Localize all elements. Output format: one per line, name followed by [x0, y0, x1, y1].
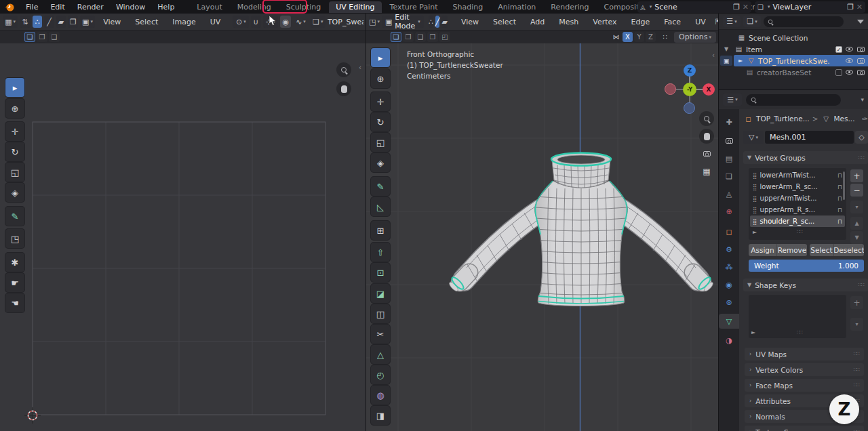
uv-menu-select[interactable]: Select: [129, 18, 164, 26]
properties-search-input[interactable]: [746, 94, 841, 106]
select-mode-invert-icon[interactable]: ❒: [427, 32, 438, 42]
uv-select-mode-island[interactable]: ❐: [68, 16, 78, 28]
shield-icon[interactable]: ◇: [855, 131, 868, 144]
hide-eye-icon[interactable]: [846, 58, 853, 63]
select-mode-extend-icon[interactable]: ❐: [403, 32, 414, 42]
uv-tweak-tool-button[interactable]: ▸: [5, 78, 24, 97]
deselect-button[interactable]: Deselect: [834, 244, 864, 256]
vp-pan-icon[interactable]: [699, 129, 714, 144]
panel-vertex-colors[interactable]: ›Vertex Colors∷∷: [745, 363, 864, 376]
vertex-groups-panel-header[interactable]: ▼ Vertex Groups ∷∷: [743, 151, 868, 164]
vp-edge-slide-tool-button[interactable]: ◨: [371, 406, 390, 425]
uv-pinch-tool-button[interactable]: ☚: [5, 293, 24, 312]
uv-sidebar-collapse-icon[interactable]: ‹: [359, 64, 361, 71]
outliner-row-creator-base-set[interactable]: ▤ creatorBaseSet ✓: [719, 66, 868, 78]
snap-options-icon[interactable]: ∷: [660, 33, 670, 41]
lock-open-icon[interactable]: ⊓: [837, 207, 842, 213]
vp-ortho-toggle-icon[interactable]: ▦: [699, 164, 714, 179]
select-mode-extend-icon[interactable]: ❐: [37, 32, 47, 42]
vp-menu-view[interactable]: View: [455, 18, 485, 26]
tab-object-data[interactable]: ▽: [719, 314, 739, 329]
weight-slider[interactable]: Weight 1.000: [749, 260, 864, 272]
vertex-group-item[interactable]: ⣿upperArmTwist...⊓: [750, 192, 845, 204]
outliner-search-input[interactable]: [764, 16, 844, 27]
gizmo-neg-x-axis[interactable]: [665, 83, 676, 95]
workspace-tab-texture-paint[interactable]: Texture Paint: [383, 1, 445, 13]
breadcrumb-data[interactable]: Mes...: [834, 115, 855, 123]
uv-menu-uv[interactable]: UV: [204, 18, 227, 26]
shape-keys-list[interactable]: ►∷∷: [749, 295, 846, 338]
tab-view-layer[interactable]: ❏: [719, 169, 739, 184]
add-vertex-group-button[interactable]: +: [850, 169, 863, 182]
vertex-group-item[interactable]: ⣿lowerArmTwist...⊓: [750, 169, 845, 181]
menu-edit[interactable]: Edit: [44, 3, 71, 12]
select-button[interactable]: Select: [810, 244, 834, 256]
panel-uv-maps[interactable]: ›UV Maps∷∷: [745, 348, 864, 361]
tab-render[interactable]: [719, 134, 739, 148]
workspace-tab-shading[interactable]: Shading: [446, 1, 490, 13]
breadcrumb-object[interactable]: TOP_Turtlene...: [756, 115, 810, 123]
vp-menu-face[interactable]: Face: [658, 18, 687, 26]
vertex-group-item[interactable]: ⣿upperArm_R_s...⊓: [750, 204, 845, 216]
viewlayer-selector[interactable]: ❏▾ ViewLayer ❐ ✕: [755, 1, 865, 13]
vp-menu-edge[interactable]: Edge: [625, 18, 656, 26]
vertex-groups-list[interactable]: ⣿lowerArmTwist...⊓ ⣿lowerArm_R_sc...⊓ ⣿u…: [749, 168, 846, 240]
uv-canvas[interactable]: ▸ ⊕ ✛ ↻ ◱ ◈ ✎ ◳ ✱ ☛ ☚ ‹: [0, 43, 366, 431]
shape-keys-panel-header[interactable]: ▼ Shape Keys ∷∷: [743, 279, 868, 291]
tab-world[interactable]: ⊕: [719, 204, 739, 219]
vp-spin-tool-button[interactable]: ◴: [371, 365, 390, 384]
viewport-editor-type-button[interactable]: ◳▾: [369, 16, 380, 28]
outliner-row-item[interactable]: ▼ ▤ Item ✓: [719, 43, 868, 55]
remove-viewlayer-icon[interactable]: ✕: [856, 3, 863, 12]
navigation-gizmo[interactable]: Z X -Y: [663, 62, 717, 117]
properties-editor-type-button[interactable]: ☰▾: [723, 94, 742, 106]
tab-output[interactable]: ▤: [719, 151, 739, 166]
unlink-scene-icon[interactable]: ✕: [743, 3, 749, 12]
panel-texture-space[interactable]: ›Texture Space∷∷: [745, 426, 864, 431]
vp-smooth-tool-button[interactable]: ◍: [371, 386, 390, 405]
collection-checkbox[interactable]: ✓: [835, 69, 842, 76]
gizmo-z-axis[interactable]: Z: [684, 64, 696, 77]
tab-object[interactable]: ◻: [719, 224, 739, 239]
remove-button[interactable]: Remove: [777, 244, 807, 256]
lock-open-icon[interactable]: ⊓: [837, 172, 842, 179]
select-mode-subtract-icon[interactable]: ❑: [415, 32, 426, 42]
uv-cursor-tool-button[interactable]: ⊕: [5, 99, 24, 118]
mesh-select-mode-vertex[interactable]: ∴: [429, 16, 433, 28]
vp-menu-vertex[interactable]: Vertex: [587, 18, 623, 26]
menu-render[interactable]: Render: [71, 3, 110, 12]
outliner-row-object-selected[interactable]: ▣ ► ▽ TOP_TurtleneckSwe.: [719, 55, 868, 66]
list-expand-icon[interactable]: ►: [753, 229, 757, 235]
vp-sidebar-collapse-icon[interactable]: ‹: [712, 52, 715, 59]
vp-inset-faces-tool-button[interactable]: ⊡: [371, 263, 390, 282]
vp-camera-view-icon[interactable]: [699, 146, 714, 161]
mirror-z-toggle[interactable]: Z: [646, 32, 656, 42]
workspace-tab-animation[interactable]: Animation: [491, 1, 542, 13]
mirror-x-toggle[interactable]: X: [623, 32, 633, 42]
lock-open-icon[interactable]: ⊓: [837, 195, 842, 202]
select-mode-new-icon[interactable]: ❏: [391, 32, 401, 42]
tab-scene[interactable]: ◬: [719, 186, 739, 201]
menu-help[interactable]: Help: [151, 3, 180, 12]
outliner-filter-icon[interactable]: [857, 20, 864, 24]
uv-rip-region-tool-button[interactable]: ◳: [5, 229, 24, 248]
vp-tweak-tool-button[interactable]: ▸: [371, 48, 390, 67]
vp-knife-tool-button[interactable]: ✂: [371, 325, 390, 344]
tab-modifiers[interactable]: ⚙: [719, 242, 739, 257]
mesh-name-field[interactable]: Mesh.001: [765, 131, 854, 144]
viewport-canvas[interactable]: Front Orthographic (1) TOP_TurtleneckSwe…: [366, 43, 719, 431]
lock-open-icon[interactable]: ⊓: [837, 184, 842, 190]
mesh-browse-dropdown[interactable]: ▽▾: [743, 131, 764, 144]
menu-window[interactable]: Window: [110, 3, 151, 12]
vp-add-cube-tool-button[interactable]: ⊞: [371, 221, 390, 240]
gizmo-y-axis[interactable]: -Y: [683, 83, 696, 96]
vertex-group-item[interactable]: ⣿lowerArm_R_sc...⊓: [750, 181, 845, 192]
mode-dropdown[interactable]: ▣Edit Mode▾: [382, 16, 424, 28]
uv-snap-toggle[interactable]: ∪: [251, 16, 261, 28]
vp-zoom-icon[interactable]: [699, 111, 714, 126]
select-mode-intersect-icon[interactable]: ◰: [439, 32, 450, 42]
mesh-select-mode-edge[interactable]: ╱: [435, 16, 440, 28]
list-scrollbar[interactable]: [843, 171, 845, 200]
vp-menu-add[interactable]: Add: [524, 18, 551, 26]
vp-scale-tool-button[interactable]: ◱: [371, 133, 390, 152]
